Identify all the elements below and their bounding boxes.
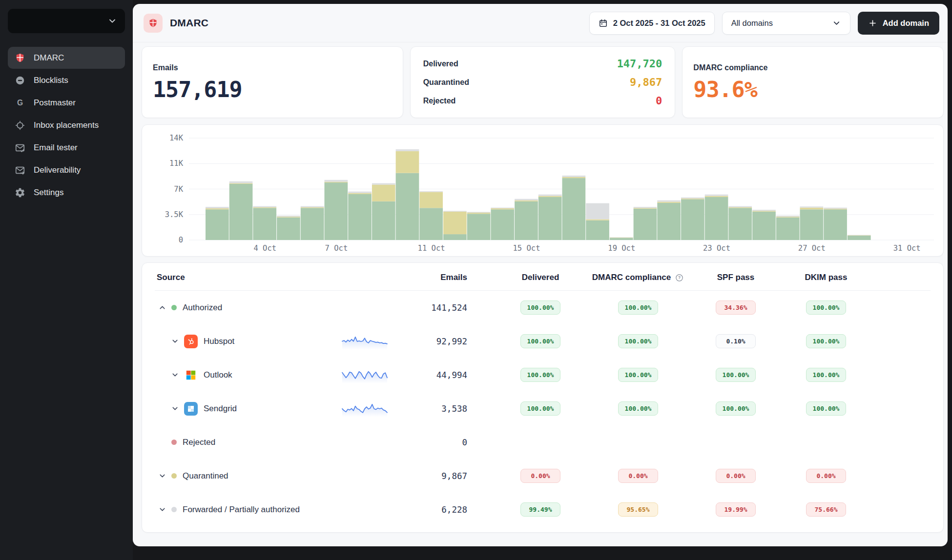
- sidebar-item-dmarc[interactable]: DMARC: [8, 47, 125, 69]
- volume-bar[interactable]: [467, 214, 491, 240]
- volume-bar[interactable]: [348, 192, 372, 193]
- table-row-forwarded-partially-authorized[interactable]: Forwarded / Partially authorized6,22899.…: [155, 493, 931, 526]
- table-row-authorized[interactable]: Authorized141,524100.00%100.00%34.36%100…: [155, 291, 931, 324]
- volume-bar[interactable]: [634, 208, 657, 209]
- volume-bar[interactable]: [301, 208, 324, 240]
- volume-bar[interactable]: [562, 177, 586, 178]
- volume-bar[interactable]: [443, 234, 467, 240]
- volume-bar[interactable]: [467, 212, 491, 213]
- volume-bar[interactable]: [681, 198, 704, 199]
- volume-bar[interactable]: [776, 216, 800, 217]
- volume-bar[interactable]: [277, 217, 300, 218]
- volume-bar[interactable]: [301, 207, 324, 208]
- sidebar-item-email-tester[interactable]: Email tester: [8, 137, 125, 159]
- volume-bar[interactable]: [752, 211, 776, 212]
- table-row-rejected[interactable]: Rejected0: [155, 425, 931, 459]
- volume-bar[interactable]: [657, 202, 681, 203]
- volume-bar[interactable]: [610, 237, 633, 238]
- expand-toggle chevron-down-icon[interactable]: [169, 404, 180, 413]
- sidebar-item-postmaster[interactable]: GPostmaster: [8, 92, 125, 114]
- volume-bar[interactable]: [728, 208, 752, 240]
- volume-bar[interactable]: [443, 211, 467, 212]
- volume-bar[interactable]: [467, 213, 491, 214]
- sidebar-item-blocklists[interactable]: Blocklists: [8, 69, 125, 91]
- volume-bar[interactable]: [824, 209, 847, 210]
- volume-bar[interactable]: [229, 184, 253, 240]
- volume-bar[interactable]: [800, 208, 824, 210]
- sidebar-item-deliverability[interactable]: Deliverability: [8, 159, 125, 181]
- volume-bar[interactable]: [372, 183, 395, 185]
- volume-bar[interactable]: [372, 201, 395, 240]
- volume-bar[interactable]: [325, 180, 348, 182]
- volume-bar[interactable]: [752, 212, 776, 240]
- volume-bar[interactable]: [206, 209, 229, 240]
- volume-bar[interactable]: [657, 203, 681, 240]
- volume-bar[interactable]: [848, 235, 871, 236]
- workspace-selector[interactable]: [8, 9, 125, 33]
- volume-bar[interactable]: [372, 185, 395, 201]
- domain-filter-select[interactable]: All domains: [722, 12, 850, 35]
- volume-bar[interactable]: [610, 238, 633, 240]
- volume-bar[interactable]: [396, 151, 419, 173]
- volume-bar[interactable]: [491, 208, 514, 209]
- volume-bar[interactable]: [419, 192, 443, 208]
- volume-bar[interactable]: [301, 206, 324, 207]
- volume-bar[interactable]: [325, 182, 348, 183]
- volume-bar[interactable]: [348, 193, 372, 194]
- expand-toggle chevron-down-icon[interactable]: [157, 505, 167, 514]
- expand-toggle chevron-down-icon[interactable]: [157, 472, 167, 480]
- date-range-button[interactable]: 2 Oct 2025 - 31 Oct 2025: [589, 12, 715, 35]
- volume-bar[interactable]: [396, 149, 419, 151]
- volume-bar[interactable]: [752, 210, 776, 211]
- volume-bar[interactable]: [396, 173, 419, 240]
- table-row-hubspot[interactable]: Hubspot92,992100.00%100.00%0.10%100.00%: [155, 324, 931, 358]
- sidebar-item-inbox-placements[interactable]: Inbox placements: [8, 114, 125, 136]
- volume-bar[interactable]: [586, 220, 609, 220]
- volume-bar[interactable]: [728, 206, 752, 207]
- volume-bar[interactable]: [610, 238, 633, 238]
- volume-bar[interactable]: [419, 191, 443, 192]
- volume-bar[interactable]: [824, 209, 847, 240]
- volume-bar[interactable]: [538, 196, 562, 197]
- volume-bar[interactable]: [705, 195, 728, 196]
- volume-bar[interactable]: [776, 217, 800, 218]
- volume-bar[interactable]: [491, 208, 514, 209]
- expand-toggle chevron-up-icon[interactable]: [157, 303, 167, 312]
- volume-bar[interactable]: [705, 197, 728, 240]
- volume-bar[interactable]: [515, 200, 538, 201]
- volume-bar[interactable]: [277, 218, 300, 240]
- volume-bar[interactable]: [728, 207, 752, 208]
- volume-bar[interactable]: [634, 207, 657, 208]
- add-domain-button[interactable]: Add domain: [858, 12, 939, 35]
- volume-bar[interactable]: [586, 220, 609, 240]
- volume-bar[interactable]: [800, 206, 824, 207]
- table-row-quarantined[interactable]: Quarantined9,8670.00%0.00%0.00%0.00%: [155, 459, 931, 493]
- table-row-sendgrid[interactable]: Sendgrid3,538100.00%100.00%100.00%100.00…: [155, 392, 931, 425]
- volume-bar[interactable]: [538, 197, 562, 240]
- volume-bar[interactable]: [705, 196, 728, 197]
- volume-bar[interactable]: [776, 218, 800, 240]
- volume-bar[interactable]: [206, 208, 229, 209]
- volume-bar[interactable]: [229, 183, 253, 184]
- volume-bar[interactable]: [443, 212, 467, 234]
- volume-bar[interactable]: [253, 207, 276, 208]
- volume-bar[interactable]: [562, 176, 586, 177]
- volume-bar[interactable]: [206, 207, 229, 208]
- volume-bar[interactable]: [848, 236, 871, 240]
- expand-toggle chevron-down-icon[interactable]: [169, 337, 180, 345]
- volume-bar[interactable]: [348, 194, 372, 240]
- volume-bar[interactable]: [277, 216, 300, 217]
- volume-bar[interactable]: [253, 208, 276, 240]
- volume-bar[interactable]: [419, 208, 443, 240]
- volume-bar[interactable]: [325, 182, 348, 240]
- volume-bar[interactable]: [515, 199, 538, 200]
- volume-bar[interactable]: [681, 199, 704, 240]
- volume-bar[interactable]: [824, 208, 847, 209]
- expand-toggle chevron-down-icon[interactable]: [169, 371, 180, 379]
- volume-bar[interactable]: [253, 206, 276, 207]
- volume-bar[interactable]: [586, 203, 609, 220]
- volume-bar[interactable]: [491, 209, 514, 240]
- volume-bar[interactable]: [681, 199, 704, 200]
- table-row-outlook[interactable]: Outlook44,994100.00%100.00%100.00%100.00…: [155, 358, 931, 392]
- volume-bar[interactable]: [515, 201, 538, 240]
